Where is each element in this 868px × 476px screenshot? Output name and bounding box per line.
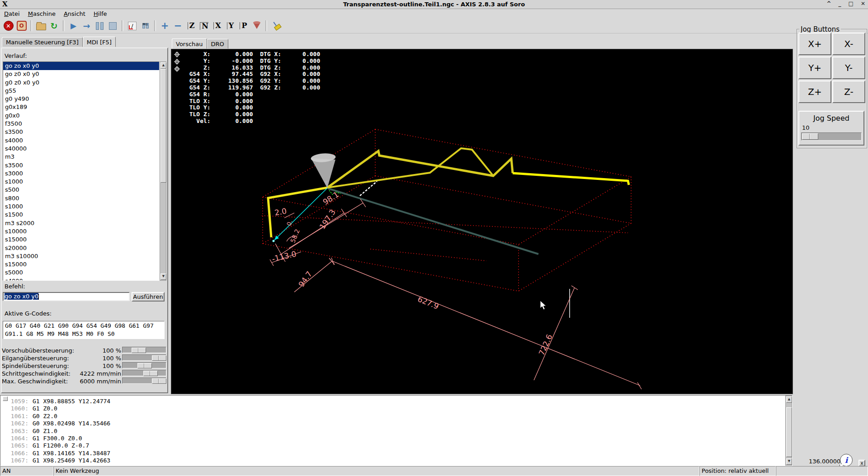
open-file-button[interactable]	[35, 20, 47, 32]
scroll-up-arrow-icon[interactable]: ▲	[786, 396, 792, 403]
max-speed-row: Max. Geschwindigkeit: 6000 mm/min	[2, 377, 167, 385]
tab-mdi[interactable]: MDI [F5]	[83, 37, 116, 47]
jog-y-minus-button[interactable]: Y-	[832, 57, 865, 79]
max-speed-slider[interactable]	[122, 377, 166, 384]
minimize-window-button[interactable]: _	[839, 0, 841, 7]
sash-grip[interactable]	[3, 396, 8, 401]
list-item[interactable]: s4000	[3, 137, 159, 145]
list-item[interactable]: f3500	[3, 120, 159, 128]
close-window-button[interactable]: ✕	[861, 0, 865, 7]
zoom-in-button[interactable]: +	[159, 20, 171, 32]
menu-maschine[interactable]: Maschine	[24, 9, 60, 18]
list-item[interactable]: g0 y490	[3, 95, 159, 103]
estop-button[interactable]: ✕	[2, 20, 14, 32]
jog-z-minus-button[interactable]: Z-	[832, 80, 865, 103]
tab-manuelle-steuerung[interactable]: Manuelle Steuerung [F3]	[2, 37, 83, 47]
list-item[interactable]: g0x0	[3, 112, 159, 120]
list-item[interactable]: s10000	[3, 227, 159, 236]
execute-button[interactable]: Ausführen	[132, 292, 165, 302]
rotate-cone-icon	[253, 23, 260, 29]
list-item[interactable]: s1000	[3, 178, 159, 186]
scroll-down-arrow-icon[interactable]: ▼	[786, 458, 792, 465]
list-item[interactable]: s4000	[3, 277, 159, 281]
front-view-button[interactable]: Y	[224, 20, 236, 32]
history-label: Verlauf:	[5, 52, 27, 59]
shade-window-button[interactable]: ^	[827, 0, 831, 7]
feed-move-line	[328, 189, 538, 254]
list-item[interactable]: s15000	[3, 236, 159, 244]
gcode-listing[interactable]: 1059:G1 X98.88855 Y12.24774 1060:G1 Z0.0…	[0, 395, 793, 466]
n-view-icon: N	[200, 22, 208, 30]
list-item[interactable]: s3000	[3, 170, 159, 178]
step-button[interactable]: →	[80, 20, 93, 32]
list-item[interactable]: s500	[3, 186, 159, 194]
reload-file-button[interactable]: ↻	[48, 20, 60, 32]
list-item[interactable]: g0 z0 x0 y0	[3, 79, 159, 87]
listing-scrollbar[interactable]: ▲ ▼	[785, 396, 792, 466]
optional-pause-button[interactable]: M1	[139, 20, 151, 32]
toolbar: ✕ O ↻ ▶ → / M1 + − Z N X Y P	[0, 19, 868, 33]
list-item[interactable]: s3500	[3, 161, 159, 170]
machine-power-button[interactable]: O	[15, 20, 28, 32]
notification-close-button[interactable]: x	[859, 460, 865, 467]
list-item[interactable]: s800	[3, 194, 159, 203]
scrollbar-thumb[interactable]	[786, 407, 792, 457]
jog-x-minus-button[interactable]: X-	[832, 33, 865, 55]
mdi-command-input[interactable]: go zo x0 y0	[3, 292, 130, 301]
machine-limits-box	[262, 129, 631, 291]
list-item[interactable]: go z0 x0 y0	[3, 70, 159, 78]
jog-speed-slider[interactable]	[801, 132, 862, 141]
tab-vorschau[interactable]: Vorschau	[172, 38, 207, 49]
rotate-view-button[interactable]	[250, 20, 263, 32]
list-item[interactable]: s1500	[3, 211, 159, 219]
scroll-down-arrow-icon[interactable]: ▼	[160, 273, 166, 280]
list-item[interactable]: s3500	[3, 128, 159, 136]
menu-datei[interactable]: Datei	[0, 9, 24, 18]
top-view-button[interactable]: Z	[185, 20, 197, 32]
pause-button[interactable]	[94, 20, 106, 32]
list-item[interactable]: g55	[3, 87, 159, 95]
list-item[interactable]: s40000	[3, 145, 159, 153]
skip-slash-icon: /	[128, 22, 137, 30]
scrollbar-thumb[interactable]	[160, 69, 166, 183]
menu-ansicht[interactable]: Ansicht	[60, 9, 90, 18]
active-gcodes-box: G0 G17 G40 G21 G90 G94 G54 G49 G98 G61 G…	[3, 321, 165, 339]
perspective-view-button[interactable]: P	[237, 20, 250, 32]
rapid-override-slider[interactable]	[122, 354, 166, 361]
clear-plot-button[interactable]	[270, 20, 282, 32]
list-item[interactable]: s5000	[3, 269, 159, 277]
mdi-history-list[interactable]: go zo x0 y0 go z0 x0 y0 g0 z0 x0 y0 g55 …	[3, 61, 160, 281]
jog-z-plus-button[interactable]: Z+	[798, 80, 831, 103]
menu-hilfe[interactable]: Hilfe	[90, 9, 111, 18]
zoom-out-button[interactable]: −	[172, 20, 184, 32]
jog-y-plus-button[interactable]: Y+	[798, 57, 831, 79]
list-item[interactable]: m3 s2000	[3, 219, 159, 227]
step-speed-slider[interactable]	[122, 370, 166, 376]
list-item[interactable]: s20000	[3, 244, 159, 252]
machine-state-cell: AN	[0, 466, 53, 476]
tab-dro[interactable]: DRO	[207, 39, 228, 49]
jog-x-plus-button[interactable]: X+	[798, 33, 831, 55]
side-view-button[interactable]: X	[211, 20, 223, 32]
feed-override-slider[interactable]	[122, 347, 166, 353]
jog-speed-row: Schrittgeschwindigkeit: 4222 mm/min	[2, 370, 167, 377]
list-item[interactable]: go zo x0 y0	[3, 62, 159, 70]
skip-lines-button[interactable]: /	[126, 20, 138, 32]
crosshair-icon	[174, 59, 180, 65]
gcode-line: 1066:G1 X98.14165 Y14.38487	[0, 450, 792, 457]
history-scrollbar[interactable]: ▲ ▼	[160, 61, 166, 281]
estop-icon: ✕	[4, 21, 14, 31]
spindle-override-slider[interactable]	[122, 362, 166, 368]
list-item[interactable]: m3 s10000	[3, 252, 159, 260]
list-item[interactable]: m3	[3, 153, 159, 161]
list-item[interactable]: s1000	[3, 203, 159, 211]
list-item[interactable]: g0x189	[3, 103, 159, 111]
gcode-line: 1061:G0 Z2.0	[0, 413, 792, 420]
maximize-window-button[interactable]: □	[849, 0, 854, 7]
preview-canvas[interactable]: T 2.0 0. 58.2 -113.0 98.1 197.3 9	[171, 49, 793, 394]
rotated-top-view-button[interactable]: N	[198, 20, 210, 32]
run-program-button[interactable]: ▶	[67, 20, 80, 32]
stop-button[interactable]	[107, 20, 119, 32]
scroll-up-arrow-icon[interactable]: ▲	[160, 62, 166, 69]
list-item[interactable]: s15000	[3, 260, 159, 269]
